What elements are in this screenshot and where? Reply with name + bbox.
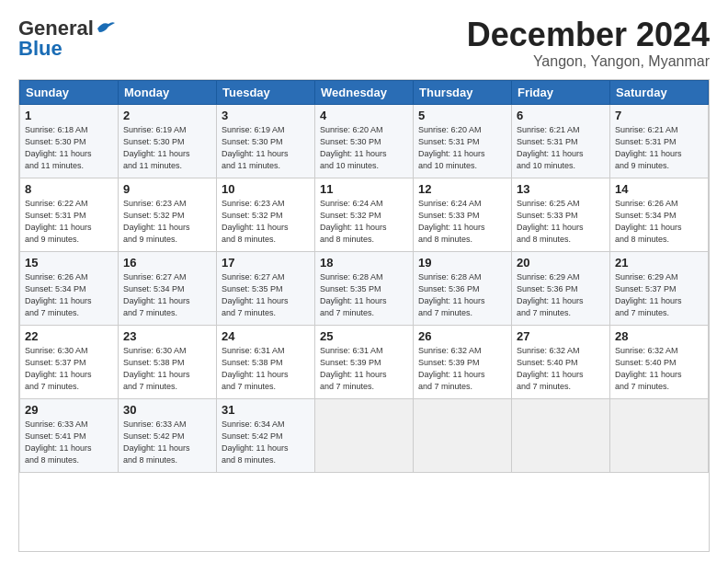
table-row: 7Sunrise: 6:21 AMSunset: 5:31 PMDaylight… [610,104,709,178]
day-number: 11 [320,182,408,196]
day-info: Sunrise: 6:27 AMSunset: 5:35 PMDaylight:… [222,271,310,319]
col-sunday: Sunday [20,80,119,104]
day-number: 24 [222,329,310,343]
calendar-subtitle: Yangon, Yangon, Myanmar [467,53,710,70]
day-info: Sunrise: 6:31 AMSunset: 5:38 PMDaylight:… [222,345,310,393]
day-number: 4 [320,109,408,122]
table-row: 17Sunrise: 6:27 AMSunset: 5:35 PMDayligh… [217,251,315,325]
day-number: 22 [25,329,113,343]
day-number: 10 [222,182,310,196]
day-number: 12 [418,182,506,196]
table-row: 8Sunrise: 6:22 AMSunset: 5:31 PMDaylight… [20,178,119,251]
table-row [315,398,414,472]
calendar-week-3: 15Sunrise: 6:26 AMSunset: 5:34 PMDayligh… [20,251,709,325]
day-info: Sunrise: 6:33 AMSunset: 5:41 PMDaylight:… [25,419,113,466]
day-number: 19 [418,256,506,270]
col-saturday: Saturday [610,80,709,104]
calendar: Sunday Monday Tuesday Wednesday Thursday… [18,79,710,552]
day-number: 5 [418,109,506,122]
day-info: Sunrise: 6:30 AMSunset: 5:38 PMDaylight:… [123,345,211,393]
day-info: Sunrise: 6:29 AMSunset: 5:37 PMDaylight:… [615,271,703,319]
logo-bird-icon [96,19,116,36]
table-row: 10Sunrise: 6:23 AMSunset: 5:32 PMDayligh… [217,178,315,251]
table-row: 15Sunrise: 6:26 AMSunset: 5:34 PMDayligh… [20,251,119,325]
table-row: 23Sunrise: 6:30 AMSunset: 5:38 PMDayligh… [119,325,217,398]
table-row: 29Sunrise: 6:33 AMSunset: 5:41 PMDayligh… [20,398,119,472]
day-number: 29 [25,403,113,417]
calendar-title: December 2024 [467,17,710,53]
day-number: 8 [25,182,113,196]
day-info: Sunrise: 6:25 AMSunset: 5:33 PMDaylight:… [517,198,605,246]
day-info: Sunrise: 6:28 AMSunset: 5:35 PMDaylight:… [320,271,408,319]
day-info: Sunrise: 6:26 AMSunset: 5:34 PMDaylight:… [25,271,113,319]
table-row: 22Sunrise: 6:30 AMSunset: 5:37 PMDayligh… [20,325,119,398]
day-number: 1 [25,109,113,122]
table-row: 25Sunrise: 6:31 AMSunset: 5:39 PMDayligh… [315,325,414,398]
calendar-week-5: 29Sunrise: 6:33 AMSunset: 5:41 PMDayligh… [20,398,709,472]
day-info: Sunrise: 6:22 AMSunset: 5:31 PMDaylight:… [25,198,113,246]
day-number: 15 [25,256,113,270]
day-number: 26 [418,329,506,343]
table-row: 13Sunrise: 6:25 AMSunset: 5:33 PMDayligh… [512,178,610,251]
header: General Blue December 2024 Yangon, Yango… [18,17,710,70]
table-row: 3Sunrise: 6:19 AMSunset: 5:30 PMDaylight… [217,104,315,178]
table-row: 11Sunrise: 6:24 AMSunset: 5:32 PMDayligh… [315,178,414,251]
day-info: Sunrise: 6:32 AMSunset: 5:40 PMDaylight:… [517,345,605,393]
table-row [610,398,709,472]
day-info: Sunrise: 6:20 AMSunset: 5:30 PMDaylight:… [320,124,408,172]
day-info: Sunrise: 6:29 AMSunset: 5:36 PMDaylight:… [517,271,605,319]
day-number: 6 [517,109,605,122]
day-number: 3 [222,109,310,122]
logo: General Blue [18,17,116,61]
day-info: Sunrise: 6:32 AMSunset: 5:39 PMDaylight:… [418,345,506,393]
title-block: December 2024 Yangon, Yangon, Myanmar [467,17,710,70]
table-row: 12Sunrise: 6:24 AMSunset: 5:33 PMDayligh… [414,178,512,251]
day-number: 2 [123,109,211,122]
day-number: 18 [320,256,408,270]
col-thursday: Thursday [414,80,512,104]
table-row: 27Sunrise: 6:32 AMSunset: 5:40 PMDayligh… [512,325,610,398]
table-row: 14Sunrise: 6:26 AMSunset: 5:34 PMDayligh… [610,178,709,251]
table-row: 6Sunrise: 6:21 AMSunset: 5:31 PMDaylight… [512,104,610,178]
day-info: Sunrise: 6:31 AMSunset: 5:39 PMDaylight:… [320,345,408,393]
table-row: 18Sunrise: 6:28 AMSunset: 5:35 PMDayligh… [315,251,414,325]
table-row: 30Sunrise: 6:33 AMSunset: 5:42 PMDayligh… [119,398,217,472]
day-number: 31 [222,403,310,417]
day-number: 21 [615,256,703,270]
day-number: 17 [222,256,310,270]
day-info: Sunrise: 6:19 AMSunset: 5:30 PMDaylight:… [222,124,310,172]
day-info: Sunrise: 6:24 AMSunset: 5:33 PMDaylight:… [418,198,506,246]
col-friday: Friday [512,80,610,104]
day-number: 25 [320,329,408,343]
day-info: Sunrise: 6:18 AMSunset: 5:30 PMDaylight:… [25,124,113,172]
table-row: 9Sunrise: 6:23 AMSunset: 5:32 PMDaylight… [119,178,217,251]
table-row: 4Sunrise: 6:20 AMSunset: 5:30 PMDaylight… [315,104,414,178]
day-info: Sunrise: 6:21 AMSunset: 5:31 PMDaylight:… [615,124,703,172]
day-number: 14 [615,182,703,196]
page: General Blue December 2024 Yangon, Yango… [0,0,728,563]
table-row: 20Sunrise: 6:29 AMSunset: 5:36 PMDayligh… [512,251,610,325]
table-row: 26Sunrise: 6:32 AMSunset: 5:39 PMDayligh… [414,325,512,398]
table-row: 1Sunrise: 6:18 AMSunset: 5:30 PMDaylight… [20,104,119,178]
day-number: 30 [123,403,211,417]
day-number: 16 [123,256,211,270]
col-tuesday: Tuesday [217,80,315,104]
table-row [414,398,512,472]
day-info: Sunrise: 6:20 AMSunset: 5:31 PMDaylight:… [418,124,506,172]
day-info: Sunrise: 6:28 AMSunset: 5:36 PMDaylight:… [418,271,506,319]
day-number: 7 [615,109,703,122]
day-info: Sunrise: 6:26 AMSunset: 5:34 PMDaylight:… [615,198,703,246]
day-number: 23 [123,329,211,343]
col-wednesday: Wednesday [315,80,414,104]
day-info: Sunrise: 6:24 AMSunset: 5:32 PMDaylight:… [320,198,408,246]
table-row: 2Sunrise: 6:19 AMSunset: 5:30 PMDaylight… [119,104,217,178]
day-info: Sunrise: 6:27 AMSunset: 5:34 PMDaylight:… [123,271,211,319]
day-info: Sunrise: 6:32 AMSunset: 5:40 PMDaylight:… [615,345,703,393]
table-row: 19Sunrise: 6:28 AMSunset: 5:36 PMDayligh… [414,251,512,325]
day-info: Sunrise: 6:23 AMSunset: 5:32 PMDaylight:… [123,198,211,246]
logo-blue: Blue [18,37,63,61]
table-row: 24Sunrise: 6:31 AMSunset: 5:38 PMDayligh… [217,325,315,398]
day-info: Sunrise: 6:34 AMSunset: 5:42 PMDaylight:… [222,419,310,466]
day-info: Sunrise: 6:21 AMSunset: 5:31 PMDaylight:… [517,124,605,172]
table-row: 16Sunrise: 6:27 AMSunset: 5:34 PMDayligh… [119,251,217,325]
